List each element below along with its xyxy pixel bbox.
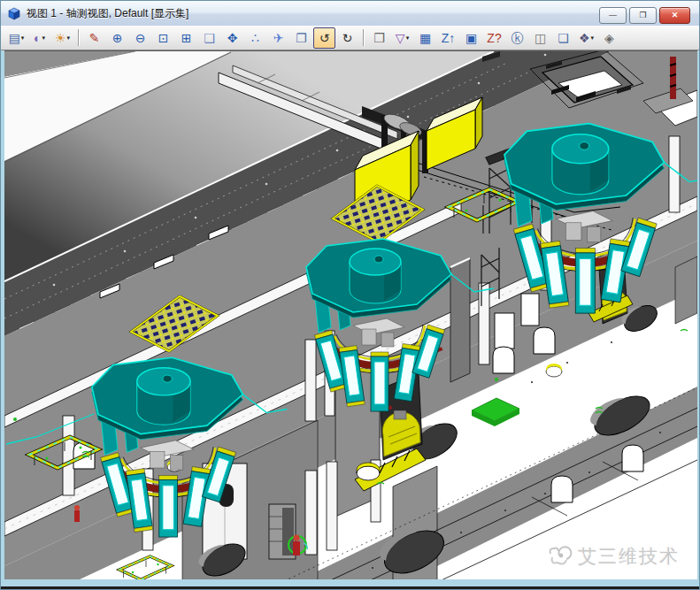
window-title: 视图 1 - 轴测视图, Default [显示集] [27,6,188,21]
pan-icon: ✥ [227,32,238,44]
close-button[interactable]: ✕ [659,7,690,24]
toolbar-paint-tool-button[interactable]: ✎ [83,27,105,49]
toolbar-lighting-button[interactable]: ☀▾ [51,27,73,49]
grid-icon: ▦ [419,32,431,44]
zoom-in-icon: ⊕ [112,32,123,44]
orbit-3d-icon: ❖ [579,32,590,44]
worker-figure-left[interactable] [74,505,80,522]
toolbar-view-previous-button[interactable]: ❐ [290,27,312,49]
toolbar-view-cube-button[interactable]: ❑ [198,27,220,49]
toolbar-separator [78,29,79,46]
perspective-icon: ▽ [396,32,405,44]
sections-icon: ◫ [535,32,546,44]
toolbar-separator [363,29,364,46]
app-window: 视图 1 - 轴测视图, Default [显示集] — ❐ ✕ ▤▾◐▾☀▾✎… [0,0,700,590]
paint-tool-icon: ✎ [89,32,100,44]
fly-icon: ✈ [273,32,284,44]
toolbar-zoom-in-button[interactable]: ⊕ [106,27,128,49]
toolbar-sections-button[interactable]: ◫ [529,27,551,49]
viewports-icon: ❒ [373,32,385,44]
zoom-window-icon: ⊡ [158,32,169,44]
toolbar-fly-button[interactable]: ✈ [267,27,289,49]
dropdown-arrow-icon: ▾ [591,34,595,41]
toolbar-z-up-button[interactable]: Z↑ [437,27,459,49]
toolbar-display-sets-button[interactable]: ▤▾ [5,27,27,49]
zoom-out-icon: ⊖ [135,32,146,44]
toolbar-layers-button[interactable]: ▣ [460,27,482,49]
z-up-icon: Z↑ [442,32,456,44]
display-sets-icon: ▤ [9,32,20,44]
dropdown-arrow-icon: ▾ [406,34,410,41]
render-style-icon: ◐ [34,32,41,44]
toolbar-z-query-button[interactable]: Z? [483,27,505,49]
view-cube-icon: ❑ [204,32,215,44]
orbit-icon: ↺ [319,32,330,44]
dropdown-arrow-icon: ▾ [67,34,71,41]
cube-wire-icon: ❏ [558,32,569,44]
toolbar-zoom-window-button[interactable]: ⊡ [152,27,174,49]
key-plan-icon: ⓚ [512,32,524,44]
toolbar-render-style-button[interactable]: ◐▾ [28,27,50,49]
toolbar-look-around-button[interactable]: ↻ [336,27,358,49]
watermark-logo-icon [547,545,573,568]
toolbar-cube-shaded-button[interactable]: ◈ [598,27,620,49]
toolbar-pan-button[interactable]: ✥ [221,27,243,49]
toolbar: ▤▾◐▾☀▾✎⊕⊖⊡⊞❑✥∴✈❐↺↻❒▽▾▦Z↑▣Z?ⓚ◫❏❖▾◈ [1,26,699,50]
zoom-fit-icon: ⊞ [181,32,192,44]
window-controls: — ❐ ✕ [599,7,690,24]
titlebar[interactable]: 视图 1 - 轴测视图, Default [显示集] — ❐ ✕ [1,1,699,26]
cube-shaded-icon: ◈ [604,32,614,44]
restore-button[interactable]: ❐ [629,7,657,24]
window-bottom-edge [1,586,699,589]
toolbar-key-plan-button[interactable]: ⓚ [506,27,528,49]
watermark-text: 艾三维技术 [578,544,680,569]
toolbar-orbit-button[interactable]: ↺ [313,27,335,49]
look-around-icon: ↻ [342,32,353,44]
toolbar-zoom-fit-button[interactable]: ⊞ [175,27,197,49]
toolbar-orbit-3d-button[interactable]: ❖▾ [575,27,597,49]
model-scene [4,51,697,579]
toolbar-zoom-out-button[interactable]: ⊖ [129,27,151,49]
minimize-button[interactable]: — [599,7,627,24]
toolbar-walk-button[interactable]: ∴ [244,27,266,49]
app-cube-icon [7,6,21,20]
toolbar-cube-wire-button[interactable]: ❏ [552,27,574,49]
dropdown-arrow-icon: ▾ [21,34,25,41]
toolbar-perspective-button[interactable]: ▽▾ [391,27,413,49]
view-previous-icon: ❐ [296,32,307,44]
z-query-icon: Z? [487,32,501,44]
lighting-icon: ☀ [55,32,66,44]
toolbar-viewports-button[interactable]: ❒ [368,27,390,49]
viewport-3d[interactable]: 艾三维技术 [4,50,697,579]
dropdown-arrow-icon: ▾ [42,34,45,41]
walk-icon: ∴ [251,32,259,44]
watermark: 艾三维技术 [547,544,680,569]
toolbar-grid-button[interactable]: ▦ [414,27,436,49]
layers-icon: ▣ [465,32,477,44]
